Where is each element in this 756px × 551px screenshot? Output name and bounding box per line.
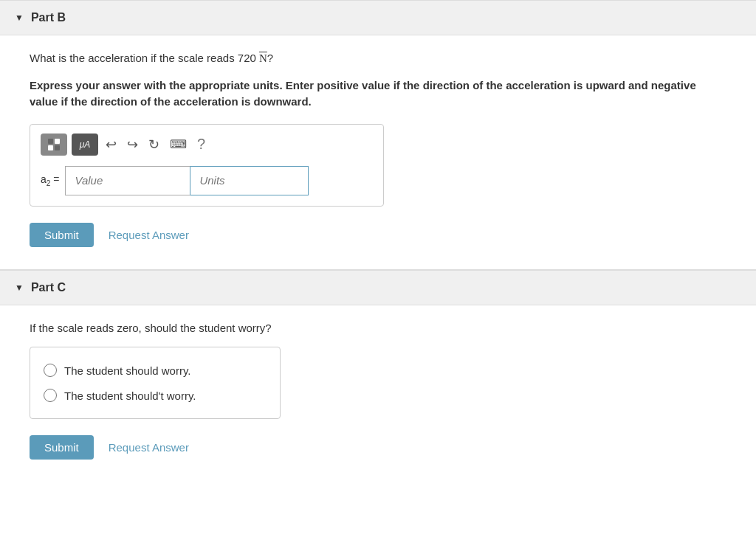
radio-option-1-input[interactable]	[44, 364, 57, 377]
part-c-chevron[interactable]: ▼	[15, 283, 24, 293]
radio-option-1-label: The student should worry.	[64, 364, 190, 377]
matrix-button[interactable]	[41, 134, 67, 156]
part-b-chevron[interactable]: ▼	[15, 13, 24, 23]
part-c-title: Part C	[31, 281, 66, 294]
part-b-content: What is the acceleration if the scale re…	[0, 35, 756, 269]
input-row: a2 =	[41, 166, 373, 195]
undo-icon: ↩	[106, 136, 117, 153]
grid-icon	[48, 139, 60, 150]
value-input[interactable]	[65, 166, 190, 195]
part-b-request-answer-link[interactable]: Request Answer	[109, 229, 189, 241]
grid-cell	[48, 139, 53, 144]
input-label: a2 =	[41, 173, 59, 187]
part-b-header: ▼ Part B	[0, 0, 756, 35]
grid-cell	[48, 145, 53, 150]
part-b-toolbar: μA ↩ ↪ ↻ ⌨	[41, 134, 373, 156]
part-b-submit-row: Submit Request Answer	[30, 223, 726, 247]
greek-button[interactable]: μA	[72, 134, 98, 156]
keyboard-button[interactable]: ⌨	[167, 136, 190, 153]
units-input[interactable]	[190, 166, 309, 195]
greek-label: μA	[80, 139, 91, 150]
part-c-submit-row: Submit Request Answer	[30, 435, 726, 460]
radio-option-2-label: The student should't worry.	[64, 389, 196, 402]
reset-button[interactable]: ↻	[145, 135, 162, 154]
part-c-request-answer-link[interactable]: Request Answer	[109, 441, 189, 454]
keyboard-icon: ⌨	[170, 137, 187, 151]
part-c-radio-box: The student should worry. The student sh…	[30, 347, 281, 419]
redo-button[interactable]: ↪	[124, 135, 141, 154]
reset-icon: ↻	[148, 136, 159, 153]
part-b-title: Part B	[31, 11, 66, 24]
help-icon: ?	[197, 136, 205, 153]
radio-option-1: The student should worry.	[44, 358, 267, 383]
part-c-header: ▼ Part C	[0, 270, 756, 305]
part-b-question: What is the acceleration if the scale re…	[30, 50, 726, 67]
radio-option-2-input[interactable]	[44, 389, 57, 402]
part-c-content: If the scale reads zero, should the stud…	[0, 305, 756, 482]
grid-cell	[55, 139, 60, 144]
page-container: ▼ Part B What is the acceleration if the…	[0, 0, 756, 482]
part-c-submit-button[interactable]: Submit	[30, 435, 94, 460]
part-b-answer-box: μA ↩ ↪ ↻ ⌨	[30, 124, 384, 207]
undo-button[interactable]: ↩	[103, 135, 120, 154]
part-b-instruction: Express your answer with the appropriate…	[30, 77, 726, 111]
part-b-submit-button[interactable]: Submit	[30, 223, 94, 247]
grid-cell	[55, 145, 60, 150]
redo-icon: ↪	[127, 136, 138, 153]
radio-option-2: The student should't worry.	[44, 383, 267, 408]
help-button[interactable]: ?	[194, 134, 208, 154]
part-c-question: If the scale reads zero, should the stud…	[30, 320, 726, 337]
